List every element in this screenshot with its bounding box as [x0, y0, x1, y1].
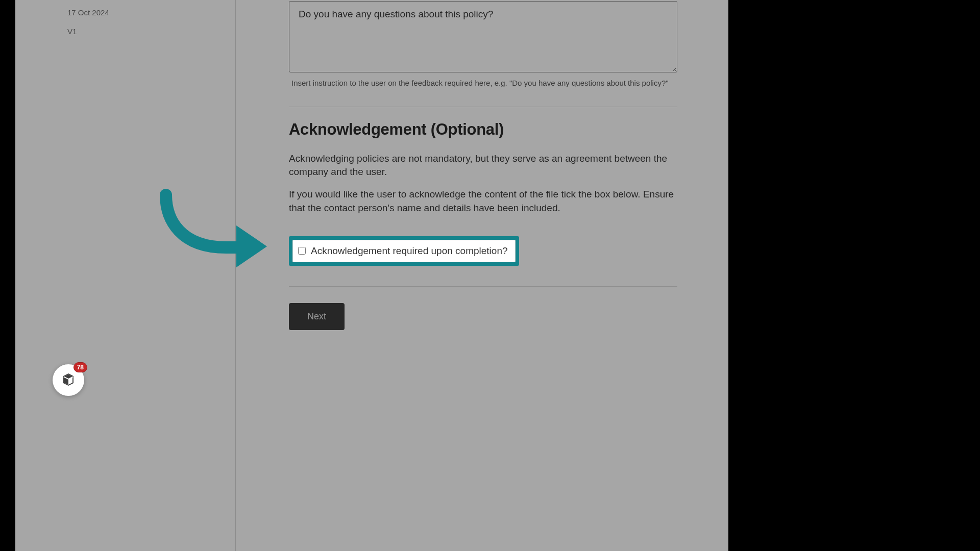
sidebar: 17 Oct 2024 V1	[15, 0, 236, 551]
divider	[289, 107, 677, 107]
ack-heading: Acknowledgement (Optional)	[289, 120, 677, 139]
ack-checkbox[interactable]	[298, 247, 306, 255]
feedback-hint: Insert instruction to the user on the fe…	[291, 79, 677, 87]
ack-paragraph-1: Acknowledging policies are not mandatory…	[289, 152, 677, 179]
next-button[interactable]: Next	[289, 303, 345, 330]
ack-checkbox-label[interactable]: Acknowledgement required upon completion…	[311, 245, 508, 257]
app-frame: 17 Oct 2024 V1 Insert instruction to the…	[15, 0, 728, 551]
sidebar-version: V1	[67, 27, 223, 36]
ack-highlight-border: Acknowledgement required upon completion…	[289, 236, 519, 266]
letterbox-left	[0, 0, 15, 551]
svg-marker-2	[68, 377, 74, 386]
feedback-block: Insert instruction to the user on the fe…	[289, 1, 677, 87]
chat-badge: 78	[74, 362, 87, 372]
letterbox-right	[728, 0, 980, 551]
ack-highlight: Acknowledgement required upon completion…	[289, 236, 519, 266]
chat-widget: 78	[53, 364, 84, 396]
main-content: Insert instruction to the user on the fe…	[236, 0, 728, 350]
ack-paragraph-2: If you would like the user to acknowledg…	[289, 188, 677, 214]
divider-2	[289, 286, 677, 287]
ack-checkbox-row[interactable]: Acknowledgement required upon completion…	[292, 240, 516, 262]
sidebar-date: 17 Oct 2024	[67, 8, 223, 17]
feedback-textarea[interactable]	[289, 1, 677, 72]
chat-button[interactable]: 78	[53, 364, 84, 396]
chat-logo-icon	[60, 371, 77, 389]
